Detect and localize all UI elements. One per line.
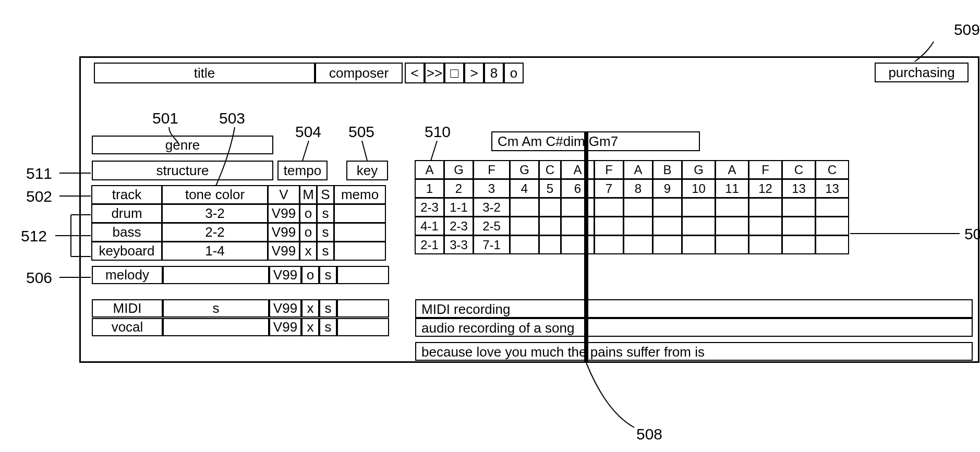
phrase-num-cell[interactable]: 11: [715, 179, 749, 198]
phrase-data-cell[interactable]: [652, 216, 682, 236]
phrase-data-cell[interactable]: [594, 235, 624, 254]
mute-toggle[interactable]: o: [299, 204, 317, 223]
phrase-data-cell[interactable]: [623, 216, 653, 236]
phrase-data-cell[interactable]: 2-1: [415, 235, 444, 254]
phrase-data-cell[interactable]: [782, 198, 816, 217]
phrase-data-cell[interactable]: [510, 198, 539, 217]
vocal-row[interactable]: vocal V99 x s: [92, 318, 389, 336]
tone-color[interactable]: s: [163, 299, 269, 317]
genre-field[interactable]: genre: [92, 136, 273, 154]
phrase-data-cell[interactable]: [623, 198, 653, 217]
phrase-alpha-cell[interactable]: C: [539, 160, 561, 179]
title-field[interactable]: title: [94, 63, 315, 83]
transport-play-button[interactable]: >: [464, 63, 484, 83]
phrase-data-cell[interactable]: [715, 216, 749, 236]
phrase-data-cell[interactable]: [682, 216, 716, 236]
phrase-num-cell[interactable]: 4: [510, 179, 539, 198]
phrase-data-cell[interactable]: 2-5: [473, 216, 510, 236]
melody-row[interactable]: melody V99 o s: [92, 266, 389, 284]
transport-prev-button[interactable]: <: [405, 63, 425, 83]
volume[interactable]: V99: [268, 204, 300, 223]
phrase-data-cell[interactable]: 7-1: [473, 235, 510, 254]
phrase-alpha-cell[interactable]: F: [748, 160, 782, 179]
phrase-alpha-cell[interactable]: A: [561, 160, 595, 179]
lyric-field[interactable]: because love you much the pains suffer f…: [415, 342, 973, 361]
playhead[interactable]: [584, 131, 588, 363]
phrase-data-cell[interactable]: [510, 216, 539, 236]
phrase-data-cell[interactable]: [594, 198, 624, 217]
phrase-num-cell[interactable]: 10: [682, 179, 716, 198]
phrase-num-cell[interactable]: 8: [623, 179, 653, 198]
phrase-data-cell[interactable]: 3-2: [473, 198, 510, 217]
phrase-data-cell[interactable]: 2-3: [444, 216, 474, 236]
memo-field[interactable]: [334, 204, 386, 223]
phrase-data-cell[interactable]: [715, 235, 749, 254]
mute-toggle[interactable]: o: [301, 266, 319, 284]
midi-recording-field[interactable]: MIDI recording: [415, 299, 973, 318]
tone-color[interactable]: [163, 266, 269, 284]
tone-color[interactable]: 3-2: [162, 204, 268, 223]
purchasing-button[interactable]: purchasing: [875, 63, 969, 82]
phrase-num-cell[interactable]: 5: [539, 179, 561, 198]
solo-toggle[interactable]: s: [319, 299, 337, 317]
phrase-data-cell[interactable]: [782, 235, 816, 254]
phrase-num-cell[interactable]: 9: [652, 179, 682, 198]
phrase-data-cell[interactable]: 3-3: [444, 235, 474, 254]
phrase-data-cell[interactable]: [539, 198, 561, 217]
phrase-grid[interactable]: AGFGCAFABGAFCC12345678910111213132-31-13…: [415, 161, 849, 254]
volume[interactable]: V99: [269, 318, 301, 336]
transport-ff-button[interactable]: >>: [425, 63, 444, 83]
phrase-alpha-cell[interactable]: F: [594, 160, 624, 179]
memo-field[interactable]: [337, 299, 389, 317]
phrase-data-cell[interactable]: [782, 216, 816, 236]
phrase-alpha-cell[interactable]: C: [782, 160, 816, 179]
phrase-data-cell[interactable]: 2-3: [415, 198, 444, 217]
tempo-field[interactable]: tempo: [277, 161, 328, 180]
tone-color[interactable]: 2-2: [162, 223, 268, 242]
phrase-alpha-cell[interactable]: A: [623, 160, 653, 179]
phrase-data-cell[interactable]: [539, 216, 561, 236]
volume[interactable]: V99: [268, 241, 300, 261]
phrase-data-cell[interactable]: [561, 235, 595, 254]
phrase-num-cell[interactable]: 13: [815, 179, 849, 198]
phrase-data-cell[interactable]: [510, 235, 539, 254]
track-row[interactable]: keyboard 1-4 V99 x s: [92, 242, 386, 261]
solo-toggle[interactable]: s: [319, 266, 337, 284]
phrase-alpha-cell[interactable]: A: [415, 160, 444, 179]
midi-row[interactable]: MIDI s V99 x s: [92, 299, 389, 317]
phrase-data-cell[interactable]: [815, 216, 849, 236]
phrase-alpha-cell[interactable]: G: [444, 160, 474, 179]
phrase-data-cell[interactable]: 1-1: [444, 198, 474, 217]
structure-field[interactable]: structure: [92, 161, 273, 180]
volume[interactable]: V99: [268, 223, 300, 242]
track-row[interactable]: bass 2-2 V99 o s: [92, 223, 386, 242]
memo-field[interactable]: [334, 223, 386, 242]
solo-toggle[interactable]: s: [317, 241, 334, 261]
phrase-data-cell[interactable]: [539, 235, 561, 254]
solo-toggle[interactable]: s: [319, 318, 337, 336]
tone-color[interactable]: [163, 318, 269, 336]
phrase-alpha-cell[interactable]: C: [815, 160, 849, 179]
composer-field[interactable]: composer: [315, 63, 403, 83]
solo-toggle[interactable]: s: [317, 204, 334, 223]
phrase-alpha-cell[interactable]: B: [652, 160, 682, 179]
memo-field[interactable]: [337, 318, 389, 336]
phrase-data-cell[interactable]: [748, 198, 782, 217]
phrase-data-cell[interactable]: [682, 235, 716, 254]
transport-rec-button[interactable]: o: [504, 63, 524, 83]
volume[interactable]: V99: [269, 299, 301, 317]
phrase-alpha-cell[interactable]: F: [473, 160, 510, 179]
phrase-num-cell[interactable]: 7: [594, 179, 624, 198]
phrase-data-cell[interactable]: [815, 198, 849, 217]
mute-toggle[interactable]: x: [301, 299, 319, 317]
solo-toggle[interactable]: s: [317, 223, 334, 242]
audio-recording-field[interactable]: audio recording of a song: [415, 318, 973, 337]
phrase-alpha-cell[interactable]: G: [510, 160, 539, 179]
memo-field[interactable]: [334, 241, 386, 261]
phrase-data-cell[interactable]: [715, 198, 749, 217]
transport-stop-button[interactable]: □: [444, 63, 464, 83]
phrase-data-cell[interactable]: [561, 216, 595, 236]
phrase-alpha-cell[interactable]: A: [715, 160, 749, 179]
phrase-num-cell[interactable]: 6: [561, 179, 595, 198]
phrase-num-cell[interactable]: 13: [782, 179, 816, 198]
